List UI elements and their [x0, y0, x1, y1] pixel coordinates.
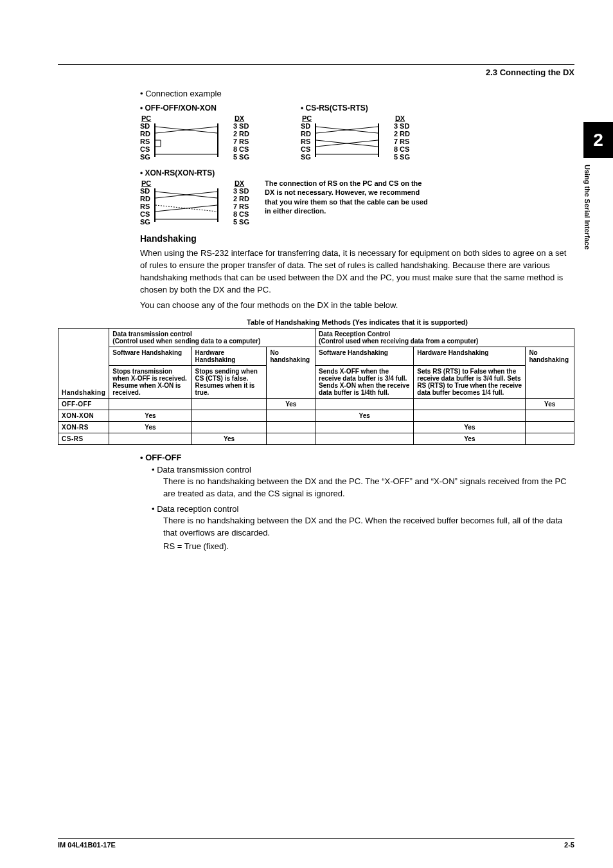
diagram-title: • XON-RS(XON-RTS)	[140, 168, 249, 177]
offoff-b1-body: There is no handshaking between the DX a…	[163, 476, 574, 500]
yes-cell: Yes	[109, 410, 191, 422]
pin: 8 CS	[233, 145, 249, 153]
pin: 5 SG	[233, 218, 249, 226]
svg-rect-8	[315, 123, 316, 157]
pin: 7 RS	[233, 203, 249, 210]
handshaking-p1: When using the RS-232 interface for tran…	[140, 248, 574, 296]
diagram-xon-rs: • XON-RS(XON-RTS) PC SD RD RS CS SG	[140, 168, 249, 224]
yes-cell: Yes	[414, 422, 526, 433]
offoff-b2-body1: There is no handshaking between the DX a…	[163, 515, 574, 539]
th: No handshaking	[526, 347, 574, 399]
td-desc: Stops transmission when X-OFF is receive…	[109, 366, 191, 399]
svg-line-20	[155, 205, 217, 212]
td-desc: Sends X-OFF when the receive data buffer…	[315, 366, 414, 399]
diagram-cs-rs: • CS-RS(CTS-RTS) PC SD RD RS CS SG	[301, 104, 410, 159]
wiring-note: The connection of RS on the PC and CS on…	[265, 179, 432, 215]
chapter-number: 2	[583, 122, 613, 158]
th: Software Handshaking	[109, 347, 191, 366]
yes-cell: Yes	[526, 399, 574, 410]
dx-label: DX	[233, 114, 249, 122]
pin: 2 RD	[233, 195, 249, 203]
pin: 7 RS	[233, 138, 249, 145]
table-caption: Table of Handshaking Methods (Yes indica…	[140, 318, 574, 326]
dx-label: DX	[233, 179, 249, 187]
pin: 2 RD	[394, 130, 410, 138]
td-desc: Stops sending when CS (CTS) is false. Re…	[191, 366, 267, 399]
th: No handshaking	[267, 347, 315, 399]
pin: 3 SD	[233, 187, 249, 195]
footer-doc-id: IM 04L41B01-17E	[58, 841, 116, 849]
yes-cell: Yes	[109, 422, 191, 433]
svg-rect-15	[154, 188, 155, 222]
dx-label: DX	[394, 114, 410, 122]
row-label: OFF-OFF	[58, 399, 109, 410]
pin: 7 RS	[394, 138, 410, 145]
row-label: XON-XON	[58, 410, 109, 422]
chapter-label: Using the Serial Interface	[583, 158, 601, 249]
pin: 5 SG	[233, 153, 249, 161]
yes-cell: Yes	[191, 433, 267, 445]
offoff-b1: • Data transmission control	[152, 465, 574, 475]
table-row-label: Handshaking	[58, 329, 109, 399]
pin: 8 CS	[394, 145, 410, 153]
th: Hardware Handshaking	[414, 347, 526, 366]
th: Hardware Handshaking	[191, 347, 267, 366]
diagram-title: • OFF-OFF/XON-XON	[140, 104, 249, 113]
diagram-title: • CS-RS(CTS-RTS)	[301, 104, 410, 113]
row-label: CS-RS	[58, 433, 109, 445]
yes-cell: Yes	[414, 433, 526, 445]
offoff-heading: • OFF-OFF	[140, 453, 574, 462]
chapter-side-tab: 2 Using the Serial Interface	[583, 122, 613, 249]
th: Software Handshaking	[315, 347, 414, 366]
th: Data transmission control	[112, 330, 191, 338]
td-desc: Sets RS (RTS) to False when the receive …	[414, 366, 526, 399]
pin: 3 SD	[233, 122, 249, 130]
row-label: XON-RS	[58, 422, 109, 433]
svg-rect-16	[217, 188, 218, 222]
pin: 2 RD	[233, 130, 249, 138]
handshaking-heading: Handshaking	[140, 233, 574, 244]
handshaking-table: Handshaking Data transmission control (C…	[58, 328, 574, 445]
svg-rect-1	[217, 123, 218, 157]
yes-cell: Yes	[267, 399, 315, 410]
handshaking-p2: You can choose any of the four methods o…	[140, 300, 574, 312]
footer-page-number: 2-5	[564, 841, 574, 849]
offoff-b2-body2: RS = True (fixed).	[163, 541, 574, 553]
yes-cell: Yes	[315, 410, 414, 422]
pin: 3 SD	[394, 122, 410, 130]
diagram-off-off: • OFF-OFF/XON-XON PC SD RD RS CS SG	[140, 104, 249, 159]
offoff-b2: • Data reception control	[152, 504, 574, 514]
svg-rect-0	[154, 123, 155, 157]
th-sub: (Control used when sending data to a com…	[112, 338, 260, 345]
svg-rect-9	[378, 123, 379, 157]
section-header: 2.3 Connecting the DX	[58, 68, 574, 77]
th: Data Reception Control	[319, 330, 390, 338]
th-sub: (Control used when receiving data from a…	[319, 338, 478, 345]
pin: 8 CS	[233, 210, 249, 218]
pin: 5 SG	[394, 153, 410, 161]
connection-example-label: • Connection example	[140, 89, 574, 98]
